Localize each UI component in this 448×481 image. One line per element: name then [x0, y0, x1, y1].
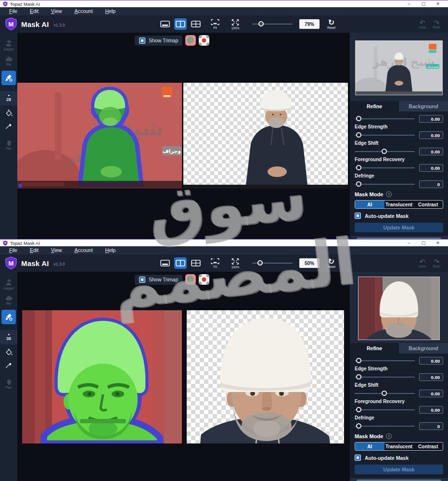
slider-track[interactable]	[355, 406, 415, 414]
sky-tool[interactable]: Sky	[5, 295, 13, 305]
slider-knob[interactable]	[356, 423, 361, 429]
close-button[interactable]: ✕	[431, 240, 445, 245]
show-trimap-checkbox[interactable]	[139, 38, 145, 44]
menu-file[interactable]: File	[3, 7, 24, 15]
trimap-image[interactable]	[22, 310, 182, 443]
help-icon[interactable]: ?	[386, 191, 392, 197]
menu-help[interactable]: Help	[99, 7, 122, 15]
canvas-area[interactable]: Show Trimap	[17, 272, 349, 481]
mask-mode-ai[interactable]: AI	[355, 201, 384, 208]
brush-tool-selected[interactable]	[1, 71, 16, 86]
slider-knob[interactable]	[356, 132, 361, 138]
fill-bucket-tool[interactable]	[5, 109, 13, 117]
reset-button[interactable]: ↻Reset	[327, 258, 335, 268]
subject-tool[interactable]: Subject	[3, 39, 14, 51]
cutout-image[interactable]	[183, 83, 348, 189]
slider-value[interactable]: 0.00	[419, 357, 443, 365]
show-trimap-checkbox[interactable]	[139, 277, 145, 283]
slider-value[interactable]: 0.00	[419, 406, 443, 414]
sky-tool[interactable]: Sky	[5, 56, 13, 66]
canvas-area[interactable]: Show Trimap شيخ الأزهر	[17, 33, 349, 239]
fill-bucket-tool[interactable]	[5, 348, 13, 356]
mask-mode-contrast[interactable]: Contrast	[413, 201, 443, 208]
tab-refine[interactable]: Refine	[350, 343, 399, 354]
slider-value[interactable]: 0	[419, 180, 443, 188]
mask-view-button[interactable]	[199, 35, 209, 46]
menu-help[interactable]: Help	[99, 246, 122, 254]
undo-button[interactable]: ↶Undo	[419, 259, 426, 268]
slider-knob[interactable]	[356, 165, 361, 170]
mask-mode-translucent[interactable]: Translucent	[384, 201, 414, 208]
menu-edit[interactable]: Edit	[24, 246, 45, 254]
pan-tool[interactable]: Pan	[5, 139, 13, 150]
redo-button[interactable]: ↷Redo	[433, 259, 440, 268]
zoom-value[interactable]: 50%	[299, 258, 320, 268]
slider-value[interactable]: 0.00	[419, 390, 443, 397]
cutout-image[interactable]	[187, 310, 344, 443]
zoom-100-button[interactable]: 100%	[228, 256, 243, 270]
mask-mode-contrast[interactable]: Contrast	[413, 443, 443, 450]
auto-update-checkbox[interactable]	[355, 455, 361, 461]
slider-value[interactable]: 0.00	[419, 131, 443, 139]
slider-value[interactable]: 0.00	[419, 373, 443, 381]
trimap-colors-button[interactable]	[185, 274, 196, 285]
titlebar[interactable]: M Topaz Mask AI – ▢ ✕	[0, 239, 448, 246]
menu-account[interactable]: Account	[68, 246, 99, 254]
tab-refine[interactable]: Refine	[350, 101, 399, 112]
tab-background[interactable]: Background	[399, 101, 448, 112]
slider-track[interactable]	[355, 180, 415, 188]
zoom-value[interactable]: 79%	[299, 19, 320, 29]
menu-file[interactable]: File	[3, 246, 24, 254]
slider-knob[interactable]	[356, 358, 361, 363]
maximize-button[interactable]: ▢	[416, 240, 431, 245]
slider-value[interactable]: 0.00	[419, 164, 443, 172]
slider-knob[interactable]	[356, 181, 361, 187]
single-view-button[interactable]	[159, 257, 171, 269]
slider-knob[interactable]	[382, 391, 387, 396]
fit-button[interactable]: Fit	[208, 256, 222, 270]
mask-mode-ai[interactable]: AI	[355, 443, 384, 450]
brush-size-indicator[interactable]: 38	[0, 330, 17, 344]
slider-value[interactable]: 0	[419, 422, 443, 430]
update-mask-button[interactable]: Update Mask	[355, 223, 443, 232]
update-mask-button[interactable]: Update Mask	[355, 465, 443, 474]
slider-track[interactable]	[355, 115, 415, 123]
undo-button[interactable]: ↶Undo	[419, 20, 426, 29]
slider-track[interactable]	[355, 148, 415, 155]
menu-view[interactable]: View	[45, 246, 68, 254]
zoom-100-button[interactable]: 100%	[228, 17, 243, 31]
fit-button[interactable]: Fit	[208, 17, 222, 31]
quad-view-button[interactable]	[190, 257, 202, 269]
eyedropper-tool[interactable]	[5, 361, 13, 369]
zoom-slider[interactable]	[252, 20, 293, 28]
slider-knob[interactable]	[356, 116, 361, 121]
slider-track[interactable]	[355, 422, 415, 430]
tab-background[interactable]: Background	[399, 343, 448, 354]
mask-mode-translucent[interactable]: Translucent	[384, 443, 414, 450]
slider-track[interactable]	[355, 390, 415, 397]
slider-knob[interactable]	[382, 149, 387, 154]
pan-tool[interactable]: Pan	[5, 378, 13, 389]
menu-edit[interactable]: Edit	[24, 7, 45, 15]
slider-knob[interactable]	[356, 374, 361, 380]
minimize-button[interactable]: –	[402, 1, 416, 6]
subject-tool[interactable]: Subject	[3, 278, 14, 290]
quad-view-button[interactable]	[190, 18, 202, 30]
slider-track[interactable]	[355, 357, 415, 365]
titlebar[interactable]: M Topaz Mask AI – ▢ ✕	[0, 0, 448, 7]
menu-view[interactable]: View	[45, 7, 68, 15]
help-icon[interactable]: ?	[386, 433, 392, 439]
slider-track[interactable]	[355, 373, 415, 381]
eyedropper-tool[interactable]	[5, 122, 13, 130]
close-button[interactable]: ✕	[431, 1, 445, 6]
maximize-button[interactable]: ▢	[416, 1, 431, 6]
trimap-image[interactable]: شيخ الأزهر وجراف	[17, 83, 182, 189]
zoom-slider-knob[interactable]	[257, 260, 263, 266]
zoom-slider[interactable]	[252, 259, 293, 267]
redo-button[interactable]: ↷Redo	[433, 20, 440, 29]
slider-value[interactable]: 0.00	[419, 148, 443, 155]
slider-track[interactable]	[355, 164, 415, 172]
slider-value[interactable]: 0.00	[419, 115, 443, 123]
auto-update-checkbox[interactable]	[355, 213, 361, 219]
split-view-button[interactable]	[174, 257, 187, 269]
